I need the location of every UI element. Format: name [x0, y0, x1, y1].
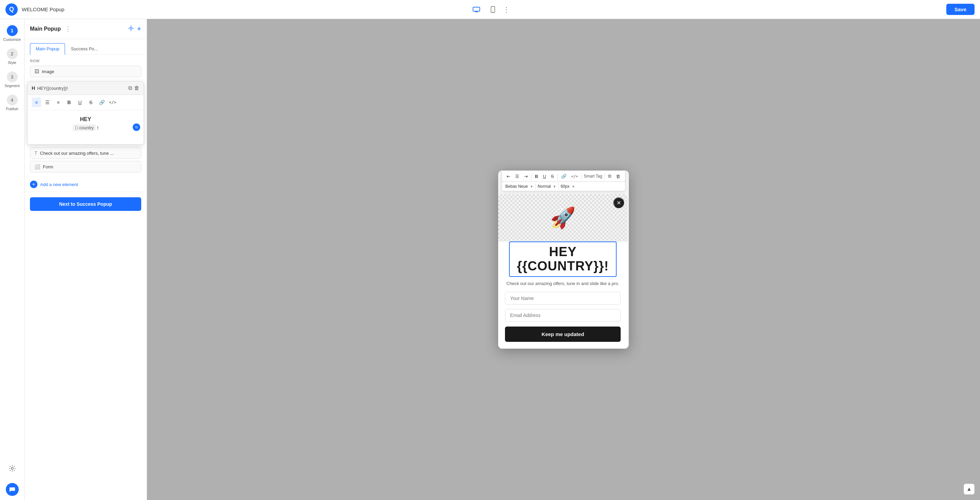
editor-tag-line: ⟨⟩ country !	[33, 124, 138, 131]
row-section-label: ROW	[30, 59, 141, 63]
add-element-button[interactable]: + Add a new element	[24, 177, 147, 192]
heading-indicator: H	[32, 86, 35, 91]
text-element-label: Check out our amazing offers, tune ...	[40, 151, 114, 156]
panel-tabs: Main Popup Success Po...	[24, 39, 147, 55]
editor-tag-country: ⟨⟩ country	[73, 124, 96, 131]
edit-panel: Main Popup ⋮ + Main Popup Success Po... …	[24, 19, 147, 250]
text-icon: T	[34, 150, 37, 156]
code-button[interactable]: </>	[108, 98, 118, 107]
page-title: WELCOME Popup	[22, 6, 490, 12]
text-element-item[interactable]: T Check out our amazing offers, tune ...	[30, 147, 141, 159]
editor-content-area[interactable]: HEY ⟨⟩ country ! ↻	[27, 110, 143, 144]
editor-toolbar: ≡ ☰ ≡ B U S 🔗 </>	[27, 95, 143, 110]
refresh-button[interactable]: ↻	[133, 124, 140, 131]
editor-popup: H HEY{{country}}! ⧉ 🗑 ≡ ☰ ≡ B U S 🔗 </> …	[27, 81, 144, 144]
editor-popup-header: H HEY{{country}}! ⧉ 🗑	[27, 82, 143, 95]
main-canvas: ⇤ ☰ ⇥ B U S 🔗 </> Smart Tag ⧉ 🗑 Bebas Ne…	[147, 19, 490, 250]
panel-row-section: ROW 🖼 Image	[24, 55, 147, 81]
form-element-label: Form	[43, 164, 53, 169]
panel-add-icon[interactable]: +	[137, 24, 141, 33]
next-to-success-button[interactable]: Next to Success Popup	[30, 197, 141, 211]
form-element-item[interactable]: ⬜ Form	[30, 161, 141, 173]
panel-title: Main Popup	[30, 26, 61, 32]
copy-element-button[interactable]: ⧉	[128, 85, 132, 91]
add-element-label: Add a new element	[40, 182, 78, 187]
align-right-button[interactable]: ≡	[53, 98, 63, 107]
svg-rect-0	[473, 7, 480, 11]
app-logo[interactable]: Q	[5, 3, 18, 16]
sidebar-item-customize[interactable]: 1 Customize	[0, 22, 24, 45]
image-row-item[interactable]: 🖼 Image	[30, 66, 141, 77]
underline-button[interactable]: U	[75, 98, 85, 107]
strikethrough-button[interactable]: S	[86, 98, 95, 107]
image-icon: 🖼	[34, 69, 39, 74]
align-center-button[interactable]: ☰	[43, 98, 52, 107]
link-button[interactable]: 🔗	[97, 98, 107, 107]
editor-text-hey: HEY	[33, 116, 138, 123]
tab-success-popup[interactable]: Success Po...	[65, 43, 103, 54]
left-sidebar: 1 Customize 2 Style 3 Segment 4 Publish	[0, 19, 24, 250]
sidebar-item-publish[interactable]: 4 Publish	[0, 91, 24, 114]
align-left-button[interactable]: ≡	[32, 98, 41, 107]
desktop-view-button[interactable]	[470, 3, 482, 16]
panel-more-icon[interactable]: ⋮	[65, 25, 71, 33]
sidebar-item-style[interactable]: 2 Style	[0, 45, 24, 68]
device-switcher: ⋮	[470, 3, 490, 16]
editor-element-title[interactable]: HEY{{country}}!	[37, 86, 128, 91]
form-icon: ⬜	[34, 164, 40, 169]
delete-element-button[interactable]: 🗑	[134, 85, 140, 91]
tag-icon: ⟨⟩	[75, 125, 78, 130]
svg-point-6	[130, 27, 132, 29]
topbar: Q WELCOME Popup ⋮ Save	[0, 0, 490, 19]
panel-settings-icon[interactable]	[128, 24, 134, 33]
image-row-label: Image	[42, 69, 54, 74]
exclamation-text: !	[97, 125, 98, 131]
editor-popup-container: H HEY{{country}}! ⧉ 🗑 ≡ ☰ ≡ B U S 🔗 </> …	[27, 81, 144, 144]
tab-main-popup[interactable]: Main Popup	[30, 43, 65, 55]
mobile-view-button[interactable]	[487, 3, 490, 16]
panel-footer: Next to Success Popup	[24, 192, 147, 216]
sidebar-item-segment[interactable]: 3 Segment	[0, 68, 24, 91]
add-icon: +	[30, 181, 37, 188]
bold-button[interactable]: B	[64, 98, 74, 107]
tag-text: country	[79, 125, 94, 130]
element-list: T Check out our amazing offers, tune ...…	[24, 147, 147, 177]
panel-header: Main Popup ⋮ +	[24, 19, 147, 39]
